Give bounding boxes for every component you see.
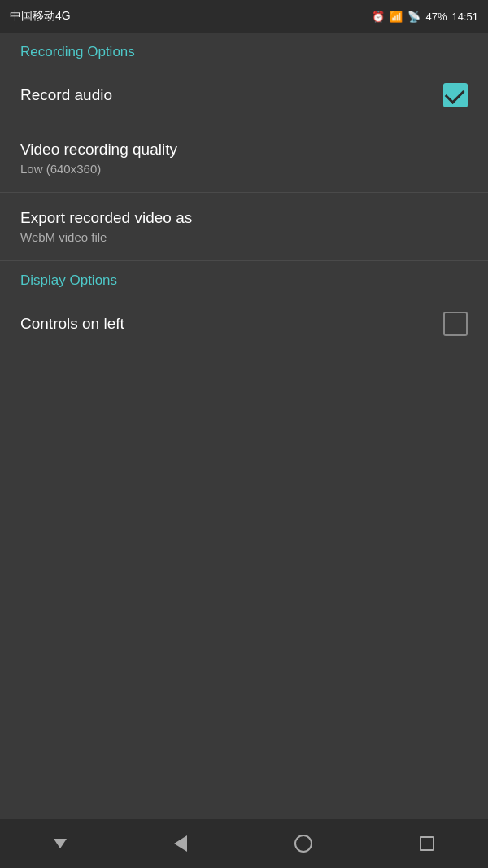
video-quality-title: Video recording quality [20,141,177,159]
back-icon[interactable] [174,835,187,852]
wifi-icon: 📶 [390,11,403,23]
record-audio-text: Record audio [20,86,112,104]
video-quality-subtitle: Low (640x360) [20,162,177,176]
status-bar: 中国移动4G ⏰ 📶 📡 47% 14:51 [0,0,488,33]
recording-options-header: Recording Options [0,33,488,67]
status-icons: ⏰ 📶 📡 47% 14:51 [372,11,478,23]
carrier-text: 中国移动4G [10,9,71,24]
controls-on-left-title: Controls on left [20,315,124,333]
record-audio-title: Record audio [20,86,112,104]
controls-on-left-item[interactable]: Controls on left [0,295,488,352]
controls-on-left-text: Controls on left [20,315,124,333]
time-text: 14:51 [451,11,478,23]
video-quality-item[interactable]: Video recording quality Low (640x360) [0,124,488,193]
home-icon[interactable] [294,835,312,853]
display-options-header: Display Options [0,261,488,295]
chevron-down-icon[interactable] [54,839,67,848]
video-quality-text: Video recording quality Low (640x360) [20,141,177,176]
export-format-text: Export recorded video as WebM video file [20,209,192,244]
export-format-title: Export recorded video as [20,209,192,227]
battery-text: 47% [425,11,447,23]
signal-icon: 📡 [407,11,420,23]
recents-icon[interactable] [420,836,434,851]
export-format-item[interactable]: Export recorded video as WebM video file [0,193,488,261]
alarm-icon: ⏰ [372,11,385,23]
settings-content: Recording Options Record audio Video rec… [0,33,488,352]
navigation-bar [0,819,488,868]
record-audio-item[interactable]: Record audio [0,67,488,124]
record-audio-checkbox[interactable] [443,83,468,107]
controls-on-left-checkbox[interactable] [443,312,468,336]
export-format-subtitle: WebM video file [20,230,192,244]
